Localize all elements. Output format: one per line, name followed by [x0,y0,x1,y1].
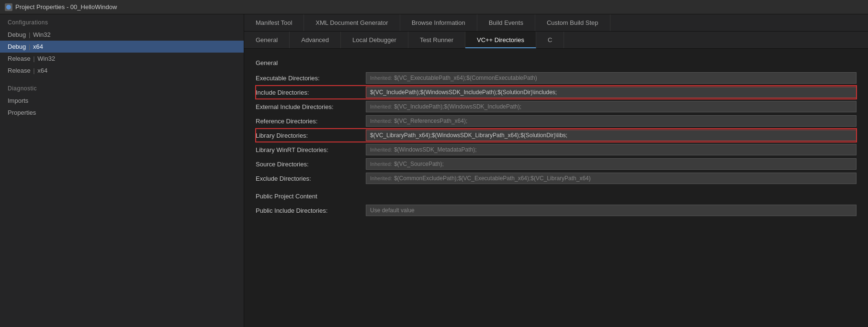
row-library-winrt-dirs: Library WinRT Directories: Inherited: $(… [256,143,857,156]
label-source-dirs: Source Directories: [256,159,366,170]
tab-row-1: Manifest Tool XML Document Generator Bro… [244,14,868,32]
label-library-dirs: Library Directories: [256,130,366,141]
sidebar-item-release-win32[interactable]: Release | Win32 [0,53,244,65]
tab-c[interactable]: C [536,32,564,48]
svg-point-0 [6,5,11,10]
tab-row-2: General Advanced Local Debugger Test Run… [244,32,868,49]
value-public-include-dirs[interactable]: Use default value [366,205,857,216]
section-label: General [256,59,857,66]
tab-vcpp-dirs[interactable]: VC++ Directories [465,32,536,48]
tab-xml-doc-gen[interactable]: XML Document Generator [304,14,400,31]
row-source-dirs: Source Directories: Inherited: $(VC_Sour… [256,157,857,171]
label-include-dirs: Include Directories: [256,87,366,98]
row-external-include-dirs: External Include Directories: Inherited:… [256,100,857,113]
value-library-winrt-dirs[interactable]: Inherited: $(WindowsSDK_MetadataPath); [366,144,857,155]
tab-local-debugger[interactable]: Local Debugger [341,32,408,48]
diagnostic-header: Diagnostic [0,79,244,95]
title-bar: Project Properties - 00_HelloWindow [0,0,868,14]
tab-general[interactable]: General [244,32,290,48]
configurations-header: Configurations [0,14,244,29]
sub-section-label: Public Project Content [256,193,857,200]
sidebar-item-release-x64[interactable]: Release | x64 [0,65,244,76]
value-executable-dirs[interactable]: Inherited: $(VC_ExecutablePath_x64);$(Co… [366,72,857,84]
value-reference-dirs[interactable]: Inherited: $(VC_ReferencesPath_x64); [366,115,857,127]
properties-area: General Executable Directories: Inherite… [244,49,868,327]
window-title: Project Properties - 00_HelloWindow [15,3,117,11]
label-library-winrt-dirs: Library WinRT Directories: [256,144,366,155]
value-include-dirs[interactable]: $(VC_IncludePath);$(WindowsSDK_IncludePa… [366,87,857,98]
label-reference-dirs: Reference Directories: [256,116,366,127]
label-external-include-dirs: External Include Directories: [256,101,366,112]
row-executable-dirs: Executable Directories: Inherited: $(VC_… [256,71,857,85]
row-reference-dirs: Reference Directories: Inherited: $(VC_R… [256,114,857,128]
tab-test-runner[interactable]: Test Runner [408,32,465,48]
content-panel: Manifest Tool XML Document Generator Bro… [244,14,868,327]
sidebar: Configurations Debug | Win32 Debug | x64… [0,14,244,327]
sidebar-item-imports[interactable]: Imports [0,95,244,107]
sidebar-item-properties[interactable]: Properties [0,107,244,119]
tab-custom-build[interactable]: Custom Build Step [535,14,610,31]
tab-manifest-tool[interactable]: Manifest Tool [244,14,304,31]
label-public-include-dirs: Public Include Directories: [256,205,366,216]
tab-browse-info[interactable]: Browse Information [400,14,477,31]
value-library-dirs[interactable]: $(VC_LibraryPath_x64);$(WindowsSDK_Libra… [366,130,857,141]
sidebar-item-debug-x64[interactable]: Debug | x64 [0,41,244,53]
label-exclude-dirs: Exclude Directories: [256,173,366,184]
value-external-include-dirs[interactable]: Inherited: $(VC_IncludePath);$(WindowsSD… [366,101,857,112]
app-icon [5,3,12,11]
tab-advanced[interactable]: Advanced [290,32,341,48]
row-exclude-dirs: Exclude Directories: Inherited: $(Common… [256,172,857,185]
value-exclude-dirs[interactable]: Inherited: $(CommonExcludePath);$(VC_Exe… [366,173,857,184]
tab-build-events[interactable]: Build Events [477,14,535,31]
label-executable-dirs: Executable Directories: [256,73,366,84]
row-library-dirs: Library Directories: $(VC_LibraryPath_x6… [256,129,857,142]
row-include-dirs: Include Directories: $(VC_IncludePath);$… [256,86,857,99]
sidebar-item-debug-win32[interactable]: Debug | Win32 [0,29,244,41]
value-source-dirs[interactable]: Inherited: $(VC_SourcePath); [366,158,857,170]
main-layout: Configurations Debug | Win32 Debug | x64… [0,14,868,327]
row-public-include-dirs: Public Include Directories: Use default … [256,204,857,217]
